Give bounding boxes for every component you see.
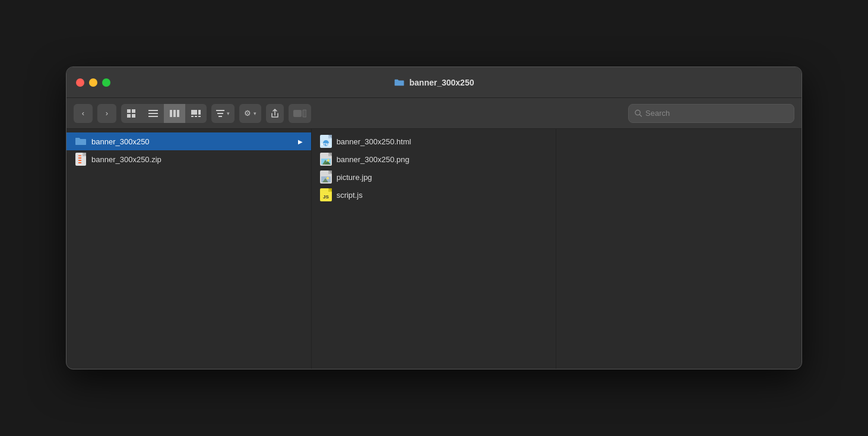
svg-rect-14 [198,110,201,115]
gear-icon: ⚙ [244,109,251,118]
file-name: banner_300x250.png [337,155,548,164]
svg-rect-9 [177,110,179,117]
list-icon [148,110,158,117]
svg-rect-8 [173,110,176,117]
title-folder-icon [394,78,405,87]
svg-rect-26 [78,157,81,159]
svg-rect-10 [191,110,197,115]
file-name: picture.jpg [337,173,548,182]
forward-button[interactable]: › [97,104,116,123]
back-button[interactable]: ‹ [74,104,93,123]
svg-rect-18 [293,110,302,117]
file-name: banner_300x250.html [337,137,548,146]
svg-rect-29 [78,155,81,156]
back-icon: ‹ [82,109,84,118]
maximize-button[interactable] [102,78,110,87]
svg-rect-7 [170,110,172,117]
tag-icon [293,109,306,118]
jpg-file-icon [320,171,332,183]
gallery-icon [191,110,201,117]
svg-text:HTML: HTML [321,143,331,146]
svg-line-21 [639,115,641,116]
view-gallery-button[interactable] [185,104,207,123]
svg-rect-4 [148,110,158,111]
svg-rect-28 [78,162,81,163]
window-title: banner_300x250 [394,78,474,87]
svg-rect-12 [195,116,197,117]
list-item[interactable]: banner_300x250 ▶ [66,132,311,150]
arrow-icon: ▶ [298,138,303,145]
svg-point-41 [327,159,330,162]
left-column: banner_300x250 ▶ [66,129,312,369]
js-file-icon: JS [320,189,332,201]
window-controls [76,78,110,87]
content-area: banner_300x250 ▶ [66,129,802,369]
svg-point-47 [327,177,329,179]
columns-icon [170,110,179,117]
right-column [556,129,802,369]
svg-rect-5 [148,113,158,114]
share-button[interactable] [266,104,284,123]
view-columns-button[interactable] [164,104,185,123]
svg-rect-2 [127,114,131,118]
minimize-button[interactable] [89,78,97,87]
view-list-button[interactable] [142,104,164,123]
svg-rect-0 [127,109,131,113]
group-sort-button[interactable]: ▾ [211,104,235,123]
svg-rect-1 [132,109,135,113]
settings-button[interactable]: ⚙ ▾ [239,104,261,123]
search-input[interactable] [645,109,788,118]
toolbar: ‹ › [66,98,802,129]
file-name: script.js [337,191,548,200]
svg-rect-27 [78,160,81,161]
share-icon [271,109,279,118]
settings-chevron-icon: ▾ [254,110,256,116]
svg-rect-16 [217,113,223,114]
title-label: banner_300x250 [410,78,474,87]
search-icon [635,109,642,117]
list-item[interactable]: picture.jpg [312,168,556,186]
search-box[interactable] [628,104,794,123]
grid-icon [127,109,137,118]
svg-rect-17 [218,116,222,117]
svg-rect-15 [216,110,224,111]
folder-icon [75,135,87,147]
html-file-icon: HTML [320,135,332,147]
svg-text:JS: JS [323,194,329,200]
title-bar: banner_300x250 [66,67,802,98]
chevron-down-icon: ▾ [227,110,230,116]
list-item[interactable]: JS script.js [312,186,556,204]
file-name: banner_300x250.zip [91,155,303,164]
list-item[interactable]: HTML banner_300x250.html [312,132,556,150]
finder-window: banner_300x250 ‹ › [66,67,802,369]
svg-rect-3 [132,114,135,118]
view-icon-button[interactable] [121,104,142,123]
png-file-icon [320,153,332,165]
sort-icon [216,110,224,117]
svg-rect-19 [303,110,306,117]
forward-icon: › [106,109,108,118]
close-button[interactable] [76,78,84,87]
list-item[interactable]: banner_300x250.png [312,150,556,168]
zip-icon [75,153,87,165]
svg-rect-13 [198,116,201,117]
svg-rect-6 [148,116,158,117]
list-item[interactable]: banner_300x250.zip [66,150,311,168]
svg-rect-11 [191,116,194,117]
middle-column: HTML banner_300x250.html [312,129,557,369]
file-name: banner_300x250 [91,137,293,146]
view-group [121,104,207,123]
tag-button[interactable] [289,104,311,123]
